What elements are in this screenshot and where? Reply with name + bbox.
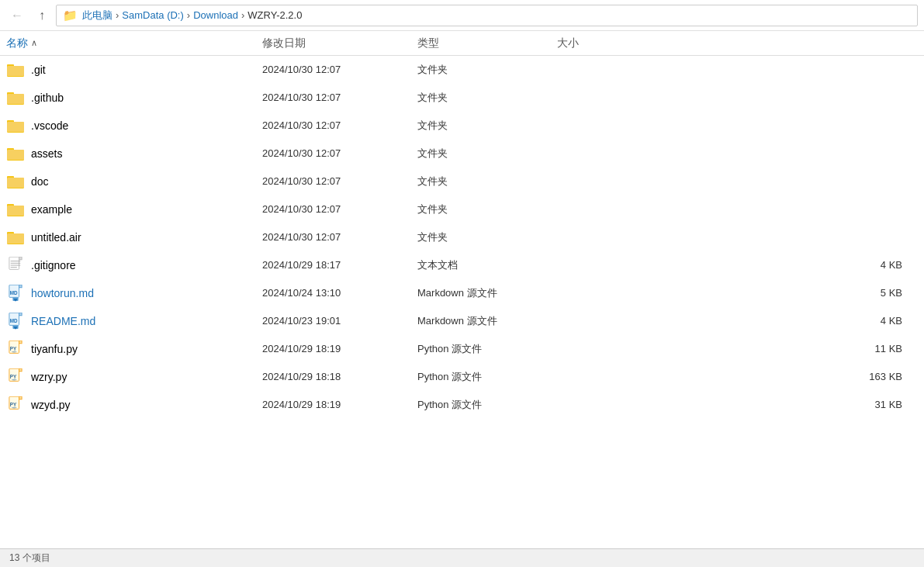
file-type: Python 源文件: [417, 370, 557, 384]
file-date: 2024/10/29 18:19: [262, 343, 417, 354]
breadcrumb-download[interactable]: Download: [193, 9, 238, 21]
file-size: 11 KB: [557, 343, 918, 354]
table-row[interactable]: doc 2024/10/30 12:07 文件夹: [0, 168, 924, 195]
file-name: .gitignore: [31, 259, 262, 271]
file-type: 文件夹: [417, 175, 557, 188]
svg-text:MD: MD: [10, 289, 18, 295]
file-date: 2024/10/30 12:07: [262, 92, 417, 103]
file-icon: PY: [6, 368, 25, 386]
table-row[interactable]: .github 2024/10/30 12:07 文件夹: [0, 84, 924, 112]
file-name: .git: [31, 64, 262, 76]
svg-rect-19: [7, 178, 24, 188]
col-type-header[interactable]: 类型: [417, 36, 557, 50]
table-row[interactable]: .gitignore 2024/10/29 18:17 文本文档 4 KB: [0, 251, 924, 279]
file-size: 4 KB: [557, 259, 918, 271]
col-name-header[interactable]: 名称 ∧: [6, 36, 262, 50]
table-row[interactable]: MD howtorun.md 2024/10/24 13:10 Markdown…: [0, 279, 924, 307]
svg-rect-30: [19, 257, 22, 260]
file-icon: PY: [6, 340, 25, 358]
svg-rect-11: [7, 123, 24, 132]
file-date: 2024/10/30 12:07: [262, 203, 417, 215]
file-date: 2024/10/29 18:18: [262, 371, 417, 382]
file-date: 2024/10/29 18:19: [262, 399, 417, 410]
file-date: 2024/10/30 12:07: [262, 64, 417, 75]
file-type: 文件夹: [417, 202, 557, 216]
file-icon: MD: [6, 284, 25, 303]
file-icon: MD: [6, 312, 25, 330]
file-icon: PY: [6, 396, 25, 414]
table-row[interactable]: .git 2024/10/30 12:07 文件夹: [0, 56, 924, 84]
file-icon: [6, 228, 25, 247]
table-row[interactable]: untitled.air 2024/10/30 12:07 文件夹: [0, 223, 924, 251]
file-name: example: [31, 203, 262, 216]
file-type: Markdown 源文件: [417, 314, 557, 328]
svg-rect-49: [19, 341, 22, 344]
file-type: 文件夹: [417, 119, 557, 133]
file-name: untitled.air: [31, 231, 262, 244]
svg-rect-15: [7, 150, 24, 160]
breadcrumb-bar: 📁 此电脑 › SamData (D:) › Download › WZRY-2…: [56, 5, 918, 26]
table-row[interactable]: .vscode 2024/10/30 12:07 文件夹: [0, 112, 924, 140]
file-date: 2024/10/23 19:01: [262, 315, 417, 327]
svg-rect-43: [19, 313, 22, 316]
col-date-header[interactable]: 修改日期: [262, 36, 417, 50]
file-type: Python 源文件: [417, 398, 557, 412]
file-icon: [6, 144, 25, 163]
file-icon: [6, 200, 25, 219]
file-date: 2024/10/30 12:07: [262, 147, 417, 159]
svg-text:MD: MD: [10, 317, 18, 323]
file-name: howtorun.md: [31, 287, 262, 299]
table-row[interactable]: PY wzyd.py 2024/10/29 18:19 Python 源文件 3…: [0, 391, 924, 419]
file-type: Python 源文件: [417, 342, 557, 356]
file-type: 文件夹: [417, 91, 557, 105]
table-row[interactable]: PY tiyanfu.py 2024/10/29 18:19 Python 源文…: [0, 335, 924, 363]
file-size: 5 KB: [557, 287, 918, 299]
svg-text:PY: PY: [10, 345, 17, 351]
file-date: 2024/10/24 13:10: [262, 287, 417, 299]
file-size: 4 KB: [557, 315, 918, 327]
file-date: 2024/10/30 12:07: [262, 119, 417, 131]
svg-rect-57: [19, 396, 22, 399]
up-button[interactable]: ↑: [31, 5, 53, 26]
file-name: wzry.py: [31, 371, 262, 383]
file-date: 2024/10/30 12:07: [262, 175, 417, 187]
table-row[interactable]: assets 2024/10/30 12:07 文件夹: [0, 140, 924, 168]
file-icon: [6, 61, 25, 79]
file-type: 文件夹: [417, 63, 557, 77]
file-name: tiyanfu.py: [31, 343, 262, 355]
file-size: 31 KB: [557, 399, 918, 410]
file-name: .vscode: [31, 119, 262, 132]
svg-rect-23: [7, 206, 24, 216]
svg-rect-37: [19, 285, 22, 288]
col-size-header[interactable]: 大小: [557, 36, 918, 50]
file-list: .git 2024/10/30 12:07 文件夹 .github 2024/1…: [0, 56, 924, 419]
file-type: Markdown 源文件: [417, 286, 557, 300]
file-date: 2024/10/30 12:07: [262, 231, 417, 243]
file-icon: [6, 256, 25, 275]
breadcrumb-folder-icon: 📁: [63, 9, 78, 22]
table-row[interactable]: example 2024/10/30 12:07 文件夹: [0, 195, 924, 223]
svg-rect-3: [7, 67, 24, 76]
file-icon: [6, 116, 25, 135]
file-name: .github: [31, 92, 262, 104]
table-row[interactable]: MD README.md 2024/10/23 19:01 Markdown 源…: [0, 307, 924, 335]
file-name: wzyd.py: [31, 399, 262, 411]
top-nav: ← ↑ 📁 此电脑 › SamData (D:) › Download › WZ…: [0, 0, 924, 31]
breadcrumb-computer[interactable]: 此电脑: [82, 9, 112, 22]
file-size: 163 KB: [557, 371, 918, 382]
sort-arrow: ∧: [31, 38, 37, 48]
file-name: assets: [31, 147, 262, 160]
file-icon: [6, 172, 25, 191]
breadcrumb-samdatad[interactable]: SamData (D:): [122, 9, 183, 21]
column-headers: 名称 ∧ 修改日期 类型 大小: [0, 31, 924, 56]
table-row[interactable]: PY wzry.py 2024/10/29 18:18 Python 源文件 1…: [0, 363, 924, 391]
file-name: README.md: [31, 315, 262, 327]
file-type: 文本文档: [417, 258, 557, 272]
file-name: doc: [31, 175, 262, 188]
back-button[interactable]: ←: [6, 5, 28, 26]
svg-text:PY: PY: [10, 401, 17, 406]
svg-rect-53: [19, 368, 22, 372]
svg-text:PY: PY: [10, 373, 17, 379]
svg-rect-7: [7, 95, 24, 104]
file-date: 2024/10/29 18:17: [262, 259, 417, 271]
